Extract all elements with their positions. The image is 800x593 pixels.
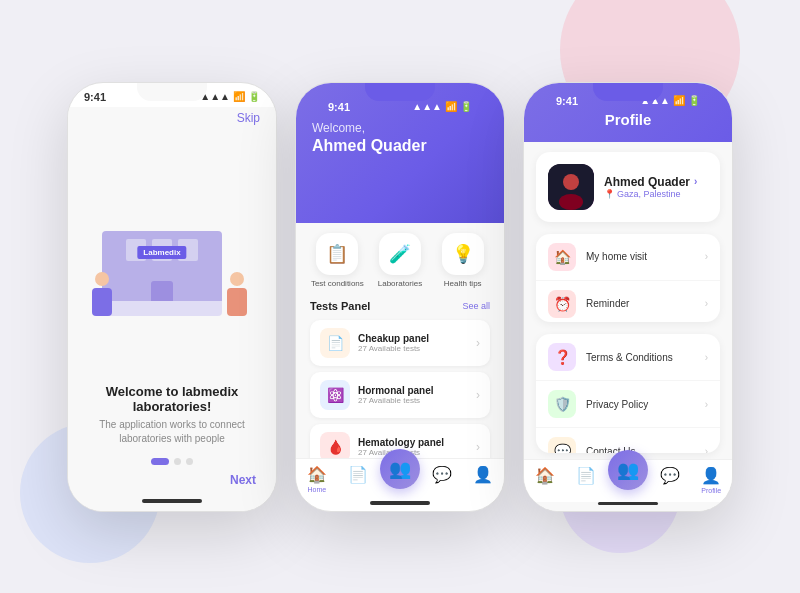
notch-2 (365, 83, 435, 101)
cheakup-sub: 27 Available tests (358, 344, 468, 353)
profile-avatar (548, 164, 594, 210)
location-icon: 📍 (604, 189, 615, 199)
cheakup-icon: 📄 (320, 328, 350, 358)
category-laboratories[interactable]: 🧪 Laboratories (373, 233, 428, 288)
category-test-conditions[interactable]: 📋 Test conditions (310, 233, 365, 288)
nav-home-3[interactable]: 🏠 (524, 466, 566, 494)
privacy-label: Privacy Policy (586, 399, 695, 410)
welcome-title: Welcome to labmedix laboratories! (88, 384, 256, 414)
wifi-icon-3: 📶 (673, 95, 685, 106)
welcome-desc: The application works to connect laborat… (88, 418, 256, 446)
profile-header-title: Profile (540, 111, 716, 128)
test-card-hormonal[interactable]: ⚛️ Hormonal panel 27 Available tests › (310, 372, 490, 418)
see-all-button[interactable]: See all (462, 301, 490, 311)
nav-center-button-3[interactable]: 👥 (608, 450, 648, 490)
tests-panel-title: Tests Panel (310, 300, 370, 312)
nav-profile-3[interactable]: 👤 Profile (690, 466, 732, 494)
dot-1 (151, 458, 169, 465)
profile-user-name: Ahmed Quader › (604, 175, 708, 189)
building-sign: Labmedix (137, 246, 186, 259)
home-header: 9:41 ▲▲▲ 📶 🔋 Welcome, Ahmed Quader (296, 83, 504, 223)
hematology-icon: 🩸 (320, 432, 350, 458)
person-body-1 (92, 272, 112, 316)
phone-profile: 9:41 ▲▲▲ 📶 🔋 Profile (523, 82, 733, 512)
reminder-icon: ⏰ (548, 290, 576, 318)
profile-card[interactable]: Ahmed Quader › 📍 Gaza, Palestine (536, 152, 720, 222)
illustration-area: Labmedix (68, 127, 276, 376)
building-door (151, 281, 173, 301)
home-visit-icon: 🏠 (548, 243, 576, 271)
menu-reminder[interactable]: ⏰ Reminder › (536, 281, 720, 323)
home-nav-icon: 🏠 (307, 465, 327, 484)
user-name-home: Ahmed Quader (312, 137, 488, 155)
phone-home: 9:41 ▲▲▲ 📶 🔋 Welcome, Ahmed Quader 📋 Tes… (295, 82, 505, 512)
notch-3 (593, 83, 663, 101)
battery-icon: 🔋 (248, 91, 260, 102)
profile-nav-icon-2: 👤 (473, 465, 493, 484)
nav-center-3[interactable]: 👥 (607, 466, 649, 494)
welcome-text: Welcome to labmedix laboratories! The ap… (68, 376, 276, 450)
profile-info: Ahmed Quader › 📍 Gaza, Palestine (604, 175, 708, 199)
nav-chat-3[interactable]: 💬 (649, 466, 691, 494)
home-scroll-content: 📋 Test conditions 🧪 Laboratories 💡 Healt… (296, 223, 504, 458)
contact-icon: 💬 (548, 437, 576, 453)
nav-center-button[interactable]: 👥 (380, 449, 420, 489)
status-time-1: 9:41 (84, 91, 106, 103)
cheakup-name: Cheakup panel (358, 333, 468, 344)
hematology-arrow: › (476, 440, 480, 454)
hormonal-icon: ⚛️ (320, 380, 350, 410)
status-icons-2: ▲▲▲ 📶 🔋 (412, 101, 472, 112)
test-conditions-label: Test conditions (311, 279, 364, 288)
tests-panel-header: Tests Panel See all (310, 300, 490, 312)
wifi-icon: 📶 (233, 91, 245, 102)
terms-label: Terms & Conditions (586, 352, 695, 363)
lab-building: Labmedix (102, 231, 222, 316)
greeting: Welcome, (312, 121, 488, 135)
cheakup-arrow: › (476, 336, 480, 350)
nav-home[interactable]: 🏠 Home (296, 465, 338, 493)
bottom-nav-2: 🏠 Home 📄 👥 💬 👤 (296, 458, 504, 501)
pagination-dots (68, 450, 276, 469)
categories-row: 📋 Test conditions 🧪 Laboratories 💡 Healt… (310, 233, 490, 288)
records-nav-icon: 📄 (348, 465, 368, 484)
category-health-tips[interactable]: 💡 Health tips (435, 233, 490, 288)
status-time-3: 9:41 (556, 95, 578, 107)
signal-icon-2: ▲▲▲ (412, 101, 442, 112)
health-tips-icon: 💡 (442, 233, 484, 275)
skip-button[interactable]: Skip (68, 107, 276, 127)
menu-section-2: ❓ Terms & Conditions › 🛡️ Privacy Policy… (536, 334, 720, 453)
person-figure-1 (92, 272, 112, 316)
laboratories-icon: 🧪 (379, 233, 421, 275)
menu-section-1: 🏠 My home visit › ⏰ Reminder › 🌐 Languag… (536, 234, 720, 323)
onboarding-content: Skip Labmedix (68, 107, 276, 511)
nav-records-3[interactable]: 📄 (566, 466, 608, 494)
dot-2 (174, 458, 181, 465)
nav-chat[interactable]: 💬 (421, 465, 463, 493)
home-visit-arrow: › (705, 251, 708, 262)
test-conditions-icon: 📋 (316, 233, 358, 275)
profile-content: 9:41 ▲▲▲ 📶 🔋 Profile (524, 83, 732, 511)
menu-home-visit[interactable]: 🏠 My home visit › (536, 234, 720, 281)
nav-profile-2[interactable]: 👤 (462, 465, 504, 493)
cheakup-text: Cheakup panel 27 Available tests (358, 333, 468, 353)
phones-container: 9:41 ▲▲▲ 📶 🔋 Skip Labmedix (67, 82, 733, 512)
battery-icon-2: 🔋 (460, 101, 472, 112)
nav-center[interactable]: 👥 (379, 465, 421, 493)
next-button[interactable]: Next (68, 469, 276, 499)
reminder-label: Reminder (586, 298, 695, 309)
notch (137, 83, 207, 101)
wifi-icon-2: 📶 (445, 101, 457, 112)
hormonal-name: Hormonal panel (358, 385, 468, 396)
svg-point-2 (559, 194, 583, 210)
test-card-cheakup[interactable]: 📄 Cheakup panel 27 Available tests › (310, 320, 490, 366)
home-icon-3: 🏠 (535, 466, 555, 485)
home-indicator-1 (142, 499, 202, 503)
bottom-nav-3: 🏠 📄 👥 💬 👤 Profile (524, 459, 732, 502)
privacy-icon: 🛡️ (548, 390, 576, 418)
menu-terms[interactable]: ❓ Terms & Conditions › (536, 334, 720, 381)
terms-arrow: › (705, 352, 708, 363)
menu-privacy[interactable]: 🛡️ Privacy Policy › (536, 381, 720, 428)
nav-records[interactable]: 📄 (338, 465, 380, 493)
status-icons-1: ▲▲▲ 📶 🔋 (200, 91, 260, 102)
home-visit-label: My home visit (586, 251, 695, 262)
